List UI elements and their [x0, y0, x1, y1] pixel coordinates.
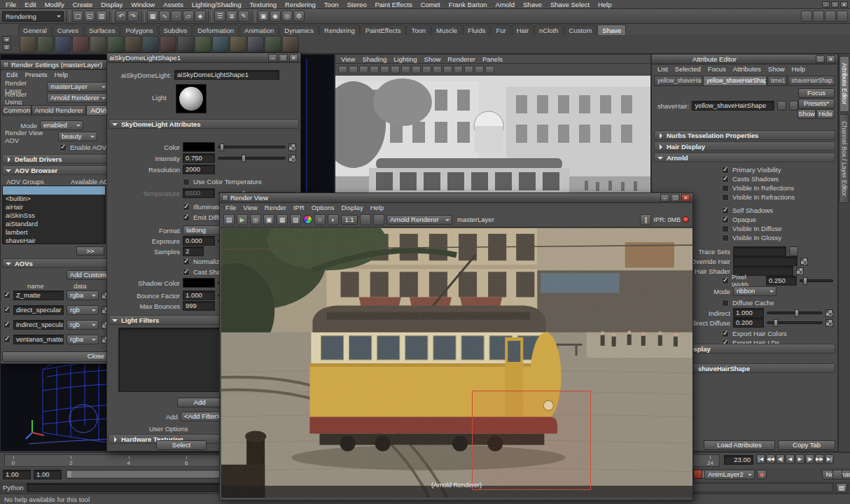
shelf-item[interactable]	[265, 36, 281, 52]
shelf-tab[interactable]: nCloth	[534, 24, 563, 35]
ae-tab[interactable]: yellow_shaveHair	[654, 76, 702, 86]
intensity-field[interactable]: 0.750	[183, 153, 215, 163]
intensity-map-icon[interactable]	[288, 155, 296, 162]
aov-enabled-checkbox[interactable]	[4, 292, 11, 299]
rs-menu-item[interactable]: Help	[51, 71, 72, 78]
checkbox-row[interactable]: Visible In Glossy	[722, 233, 781, 242]
indirect-field[interactable]: 1.000	[733, 308, 764, 318]
aov-enabled-checkbox[interactable]	[4, 307, 11, 314]
current-frame-field[interactable]: 23.00	[724, 455, 753, 465]
channelbox-toggle-icon[interactable]	[813, 10, 824, 22]
menu-item[interactable]: File	[1, 1, 20, 8]
transport-button[interactable]: ▶|	[825, 454, 834, 464]
ae-menu-item[interactable]: Selected	[671, 65, 704, 73]
snap-curve-icon[interactable]: ∿	[159, 10, 170, 22]
pin-node-icon[interactable]	[777, 101, 786, 111]
maximize-icon[interactable]: □	[831, 1, 839, 8]
renderer-dropdown[interactable]: Arnold Renderer	[386, 215, 452, 225]
zoom-out-icon[interactable]	[373, 214, 384, 225]
copy-tab-button[interactable]: Copy Tab	[778, 440, 835, 450]
aov-data-dropdown[interactable]: rgba	[67, 335, 99, 344]
checkbox[interactable]	[722, 207, 729, 214]
shelf-item[interactable]	[230, 36, 246, 52]
panel-menu-item[interactable]: Lighting	[390, 55, 420, 63]
attribute-editor-titlebar[interactable]: Attribute Editor □ ✕	[652, 55, 837, 64]
menu-item[interactable]: Help	[594, 1, 616, 8]
menu-item[interactable]: Stereo	[342, 1, 370, 8]
exposure-field[interactable]: 0.000	[183, 236, 215, 246]
checkbox[interactable]	[722, 225, 729, 232]
render-image-area[interactable]: (Arnold Renderer)	[221, 228, 692, 498]
render-layer-dropdown[interactable]: masterLayer	[47, 82, 109, 92]
list-item-selected[interactable]	[3, 186, 105, 195]
color-map-icon[interactable]	[288, 144, 296, 151]
alpha-channel-icon[interactable]: ○	[314, 214, 326, 225]
zoom-in-icon[interactable]	[360, 214, 371, 225]
export-hair-colors-row[interactable]: Export Hair Colors	[722, 329, 787, 338]
list-item[interactable]: aiStandard	[3, 220, 105, 228]
render-using-dropdown[interactable]: Arnold Renderer	[47, 93, 109, 103]
wireframe-on-shaded-icon[interactable]	[464, 66, 473, 74]
samples-field[interactable]: 2	[183, 246, 204, 256]
checkbox[interactable]	[722, 194, 729, 201]
shelf-tab[interactable]: General	[18, 24, 52, 35]
aov-enabled-checkbox[interactable]	[4, 321, 11, 328]
add-light-filter-button[interactable]: Add	[177, 398, 222, 407]
section-skydome-attributes[interactable]: SkyDomeLight Attributes	[109, 119, 299, 129]
bookmarks-icon[interactable]	[370, 66, 379, 74]
menu-item[interactable]: Lighting/Shading	[188, 1, 246, 8]
menu-item[interactable]: Frank Barton	[445, 1, 492, 8]
checkbox[interactable]	[722, 176, 729, 183]
sidebar-tab-channel-box[interactable]: Channel Box / Layer Editor	[839, 114, 849, 204]
toolbar-separator[interactable]	[141, 10, 145, 22]
camera-attributes-icon[interactable]	[359, 66, 368, 74]
rs-menu-item[interactable]: Presets	[21, 71, 50, 78]
command-language-label[interactable]: Python	[3, 484, 24, 491]
cast-shadows-checkbox[interactable]	[183, 269, 190, 276]
ae-tab[interactable]: shaveHairShap...	[788, 76, 835, 86]
rs-tab[interactable]: Arnold Renderer	[32, 105, 86, 115]
shelf-tab[interactable]: PaintEffects	[361, 24, 406, 35]
shelf-item[interactable]	[142, 36, 159, 52]
menu-item[interactable]: Assets	[159, 1, 188, 8]
resolution-gate-icon[interactable]	[412, 66, 421, 74]
checkbox[interactable]	[722, 167, 729, 174]
anim-layer-icon[interactable]	[693, 470, 702, 479]
aov-data-dropdown[interactable]: rgb	[67, 305, 99, 315]
shelf-tab[interactable]: Muscle	[431, 24, 462, 35]
transport-button[interactable]: ▶▶	[815, 454, 824, 464]
transport-button[interactable]: ◀	[786, 454, 795, 464]
shelf-item[interactable]	[177, 36, 194, 52]
sidebar-toggle-icon[interactable]	[801, 10, 812, 22]
node-name-field[interactable]: yellow_shaveHairShape	[692, 101, 774, 111]
toolbar-separator[interactable]	[251, 10, 256, 22]
ae-tab[interactable]: yellow_shaveHairShape	[703, 76, 767, 86]
range-start-handle[interactable]	[67, 471, 71, 477]
film-gate-icon[interactable]	[401, 66, 410, 74]
section-arnold[interactable]: Arnold	[654, 153, 835, 162]
make-live-icon[interactable]: ◈	[195, 10, 206, 22]
shelf-item[interactable]	[195, 36, 211, 52]
aov-name-field[interactable]: indirect_specular	[13, 320, 64, 330]
trace-sets-edit-icon[interactable]	[789, 246, 798, 256]
menu-item[interactable]: Paint Effects	[370, 1, 416, 8]
snapshot-icon[interactable]: ▣	[263, 214, 274, 225]
rs-menu-item[interactable]: Edit	[3, 71, 21, 78]
toolbar-separator[interactable]	[109, 10, 113, 22]
shelf-tab[interactable]: Fluids	[463, 24, 490, 35]
shelf-tab[interactable]: Shave	[597, 24, 626, 35]
close-icon[interactable]: ✕	[681, 194, 690, 202]
shelf-item[interactable]	[282, 36, 299, 52]
close-icon[interactable]: ✕	[840, 1, 848, 8]
menu-item[interactable]: Create	[69, 1, 97, 8]
render-view-titlebar[interactable]: Render View – □ ✕	[220, 193, 692, 203]
trace-sets-field[interactable]	[733, 246, 786, 256]
bounce-factor-field[interactable]: 1.000	[183, 290, 215, 300]
render-view-aov-dropdown[interactable]: beauty	[58, 132, 97, 141]
panel-menu-item[interactable]: Panels	[479, 55, 506, 63]
enable-aov-checkbox[interactable]	[60, 144, 67, 151]
checkbox-row[interactable]: Visible In Reflections	[722, 183, 795, 192]
panel-menu-item[interactable]: Show	[421, 55, 445, 63]
diffuse-cache-row[interactable]: Diffuse Cache	[722, 298, 774, 307]
transport-button[interactable]: |▶	[805, 454, 814, 464]
